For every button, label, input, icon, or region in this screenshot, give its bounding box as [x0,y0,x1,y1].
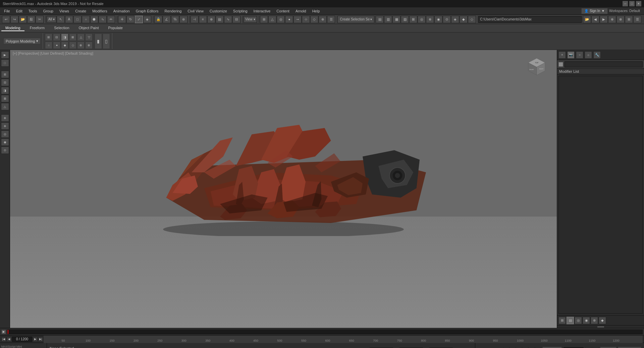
ribbon-btn-2[interactable]: ⊟ [53,34,60,41]
menu-edit[interactable]: Edit [13,7,25,14]
window-controls[interactable]: ─ □ ✕ [623,1,641,6]
render-btn-9[interactable]: ⊙ [443,16,451,23]
menu-arnold[interactable]: Arnold [293,7,309,14]
ribbon-btn-11[interactable]: ⊕ [77,42,85,49]
snap-toggle-btn[interactable]: 🔒 [154,16,162,23]
lt-btn-4[interactable]: ⊟ [1,79,9,86]
rp-bottom-btn-5[interactable]: ⊗ [591,317,598,324]
frame-start-btn[interactable]: |◀ [1,337,6,342]
lt-btn-2[interactable]: □ [1,59,9,67]
render-btn-4[interactable]: ▧ [401,16,409,23]
rp-tab-wrench[interactable]: 🔧 [593,51,601,59]
angle-snap-btn[interactable]: ∠ [163,16,171,23]
undo-btn[interactable]: ↩ [2,16,10,23]
render-btn-3[interactable]: ▦ [392,16,400,23]
menu-animation[interactable]: Animation [111,7,132,14]
render-btn-7[interactable]: ⊗ [426,16,434,23]
menu-rendering[interactable]: Rendering [162,7,184,14]
select-name-btn[interactable]: A [65,16,73,23]
right-btn-4[interactable]: ⊕ [608,16,616,23]
lt-btn-6[interactable]: ⊠ [1,95,9,102]
filter-dropdown[interactable]: All ▾ [47,16,56,23]
align-btn[interactable]: ≡ [199,16,207,23]
tb-btn-5[interactable]: ⊸ [293,16,302,23]
frame-next-btn[interactable]: ▶ [33,337,38,342]
render-btn-12[interactable]: ◇ [468,16,476,23]
lt-btn-8[interactable]: ⊕ [1,114,9,122]
select-btn[interactable]: ↖ [57,16,65,23]
rp-tab-plus[interactable]: + [558,51,566,59]
menu-group[interactable]: Group [40,7,56,14]
tb-btn-2[interactable]: △ [268,16,276,23]
circle-sel-btn[interactable]: ○ [82,16,90,23]
lt-btn-12[interactable]: ⊙ [1,147,9,154]
paint-sel-btn[interactable]: ✏ [107,16,115,23]
tb-btn-6[interactable]: ⊹ [302,16,310,23]
right-btn-6[interactable]: ⊞ [625,16,633,23]
menu-views[interactable]: Views [57,7,72,14]
menu-customize[interactable]: Customize [207,7,230,14]
ribbon-btn-6[interactable]: ▽ [85,34,93,41]
menu-scripting[interactable]: Scripting [230,7,250,14]
tab-object-paint[interactable]: Object Paint [75,25,103,31]
ribbon-btn-12[interactable]: ⊗ [85,42,93,49]
timeline-track[interactable] [7,330,643,334]
ribbon-btn-7[interactable]: ○ [45,42,52,49]
percent-snap-btn[interactable]: % [171,16,179,23]
lt-btn-11[interactable]: ◉ [1,138,9,146]
render-btn-1[interactable]: ▤ [376,16,384,23]
play-btn[interactable]: ▶ [1,330,6,334]
object-color-swatch[interactable] [558,62,563,67]
ribbon-btn-5[interactable]: △ [77,34,85,41]
selected-dropdown[interactable]: Selected ▾ [563,347,584,348]
curve-editor-btn[interactable]: ∿ [224,16,232,23]
ribbon-btn-4[interactable]: ⊠ [69,34,76,41]
ribbon-btn-3[interactable]: ◨ [61,34,68,41]
ribbon-btn-9[interactable]: ◆ [61,42,68,49]
rp-tab-light[interactable]: ☼ [585,51,592,59]
lt-btn-3[interactable]: ⊞ [1,71,9,78]
tb-btn-7[interactable]: ◇ [310,16,318,23]
select-rotate-btn[interactable]: ↻ [126,16,135,23]
rp-bottom-btn-4[interactable]: ◉ [583,317,590,324]
render-btn-11[interactable]: ◆ [460,16,468,23]
render-btn-2[interactable]: ▥ [384,16,392,23]
manage-layers-btn[interactable]: ▤ [216,16,224,23]
right-btn-5[interactable]: ⊗ [616,16,625,23]
menu-create[interactable]: Create [72,7,89,14]
select-scale-btn[interactable]: ⤢ [135,16,143,23]
render-btn-8[interactable]: ◉ [434,16,442,23]
tb-btn-8[interactable]: ⊕ [319,16,327,23]
render-btn-6[interactable]: ◎ [418,16,426,23]
right-btn-2[interactable]: ◀ [591,16,599,23]
ribbon-btn-1[interactable]: ⊞ [45,34,52,41]
viewport[interactable]: [+] [Perspective] [User Defined] [Defaul… [10,50,557,328]
rp-bottom-btn-6[interactable]: ◆ [599,317,606,324]
timeline-ruler[interactable]: 50 100 150 200 250 300 350 400 450 500 5… [44,336,643,343]
right-btn-3[interactable]: ▶ [600,16,608,23]
right-btn-1[interactable]: 📂 [583,16,591,23]
create-selection-btn[interactable]: Create Selection Se ▾ [337,16,374,23]
maxscript-area[interactable]: MAXScript Mini [0,343,47,348]
polygon-modeling-label[interactable]: Polygon Modeling ▾ [3,38,41,44]
rp-bottom-btn-2[interactable]: ▤ [567,317,574,324]
spinner-snap-btn[interactable]: ⊛ [179,16,187,23]
close-btn[interactable]: ✕ [636,1,641,6]
tab-populate[interactable]: Populate [104,25,126,31]
rect-sel-btn[interactable]: □ [73,16,82,23]
ref-coord-btn[interactable]: ◈ [143,16,151,23]
menu-graph-editors[interactable]: Graph Editors [133,7,161,14]
key-filters-btn[interactable]: Key Filters... [618,347,641,348]
lasso-sel-btn[interactable]: ∿ [99,16,107,23]
right-btn-7[interactable]: ☰ [633,16,641,23]
render-btn-10[interactable]: ◈ [451,16,459,23]
lt-btn-1[interactable]: ▶ [1,51,9,59]
lt-btn-7[interactable]: △ [1,103,9,110]
view-dropdown[interactable]: View ▾ [244,16,257,23]
menu-interactive[interactable]: Interactive [251,7,273,14]
maximize-btn[interactable]: □ [629,1,635,6]
frame-prev-btn[interactable]: ◀ [7,337,11,342]
open-file-btn[interactable]: 📂 [19,16,27,23]
menu-modifiers[interactable]: Modifiers [90,7,110,14]
link-btn[interactable]: ⛓ [27,16,35,23]
